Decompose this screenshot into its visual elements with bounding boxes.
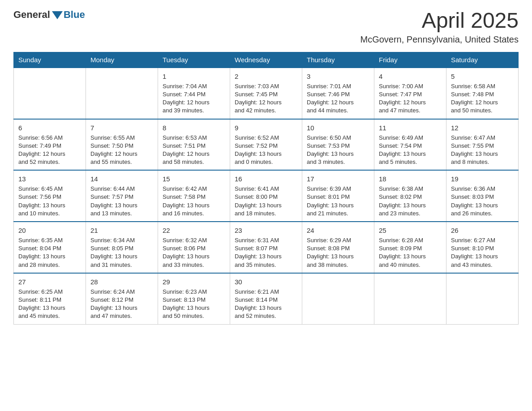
header-friday: Friday	[374, 52, 446, 68]
week-row-1: 6Sunrise: 6:56 AMSunset: 7:49 PMDaylight…	[14, 119, 519, 171]
day-info: Sunrise: 7:03 AMSunset: 7:45 PMDaylight:…	[235, 82, 297, 115]
day-info: Sunrise: 6:39 AMSunset: 8:01 PMDaylight:…	[307, 185, 369, 218]
logo-arrow-icon	[52, 11, 63, 19]
day-info: Sunrise: 6:35 AMSunset: 8:04 PMDaylight:…	[18, 236, 81, 269]
day-number: 24	[307, 226, 369, 235]
calendar-cell: 17Sunrise: 6:39 AMSunset: 8:01 PMDayligh…	[302, 170, 374, 222]
day-number: 25	[379, 226, 442, 235]
day-number: 10	[307, 123, 369, 133]
day-number: 14	[90, 174, 153, 184]
day-info: Sunrise: 6:34 AMSunset: 8:05 PMDaylight:…	[90, 236, 153, 269]
calendar-cell: 30Sunrise: 6:21 AMSunset: 8:14 PMDayligh…	[230, 273, 302, 324]
day-number: 8	[163, 123, 225, 133]
calendar-cell: 21Sunrise: 6:34 AMSunset: 8:05 PMDayligh…	[86, 222, 158, 273]
calendar-cell	[302, 273, 374, 324]
day-info: Sunrise: 6:50 AMSunset: 7:53 PMDaylight:…	[307, 134, 369, 167]
day-info: Sunrise: 7:00 AMSunset: 7:47 PMDaylight:…	[379, 82, 442, 115]
day-info: Sunrise: 6:27 AMSunset: 8:10 PMDaylight:…	[451, 236, 514, 269]
day-number: 4	[379, 72, 442, 81]
calendar-cell: 9Sunrise: 6:52 AMSunset: 7:52 PMDaylight…	[230, 119, 302, 171]
calendar-cell: 7Sunrise: 6:55 AMSunset: 7:50 PMDaylight…	[86, 119, 158, 171]
day-number: 2	[235, 72, 297, 81]
day-info: Sunrise: 7:04 AMSunset: 7:44 PMDaylight:…	[163, 82, 225, 115]
day-number: 3	[307, 72, 369, 81]
header-thursday: Thursday	[302, 52, 374, 68]
calendar-body: 1Sunrise: 7:04 AMSunset: 7:44 PMDaylight…	[14, 68, 519, 324]
day-number: 27	[18, 277, 81, 287]
calendar-cell: 2Sunrise: 7:03 AMSunset: 7:45 PMDaylight…	[230, 68, 302, 119]
day-info: Sunrise: 6:56 AMSunset: 7:49 PMDaylight:…	[18, 134, 81, 167]
day-number: 20	[18, 226, 81, 235]
calendar-header: SundayMondayTuesdayWednesdayThursdayFrid…	[14, 52, 519, 68]
calendar-cell: 29Sunrise: 6:23 AMSunset: 8:13 PMDayligh…	[158, 273, 230, 324]
calendar-cell: 22Sunrise: 6:32 AMSunset: 8:06 PMDayligh…	[158, 222, 230, 273]
day-number: 22	[163, 226, 225, 235]
day-number: 17	[307, 174, 369, 184]
calendar-cell: 8Sunrise: 6:53 AMSunset: 7:51 PMDaylight…	[158, 119, 230, 171]
calendar-cell: 3Sunrise: 7:01 AMSunset: 7:46 PMDaylight…	[302, 68, 374, 119]
day-info: Sunrise: 6:49 AMSunset: 7:54 PMDaylight:…	[379, 134, 442, 167]
day-number: 5	[451, 72, 514, 81]
day-info: Sunrise: 6:42 AMSunset: 7:58 PMDaylight:…	[163, 185, 225, 218]
week-row-3: 20Sunrise: 6:35 AMSunset: 8:04 PMDayligh…	[14, 222, 519, 273]
location-title: McGovern, Pennsylvania, United States	[360, 34, 519, 45]
calendar-cell: 28Sunrise: 6:24 AMSunset: 8:12 PMDayligh…	[86, 273, 158, 324]
day-info: Sunrise: 6:53 AMSunset: 7:51 PMDaylight:…	[163, 134, 225, 167]
day-info: Sunrise: 6:23 AMSunset: 8:13 PMDaylight:…	[163, 288, 225, 321]
calendar-cell: 16Sunrise: 6:41 AMSunset: 8:00 PMDayligh…	[230, 170, 302, 222]
day-info: Sunrise: 6:38 AMSunset: 8:02 PMDaylight:…	[379, 185, 442, 218]
day-number: 1	[163, 72, 225, 81]
header-saturday: Saturday	[446, 52, 519, 68]
day-info: Sunrise: 6:52 AMSunset: 7:52 PMDaylight:…	[235, 134, 297, 167]
title-area: April 2025 McGovern, Pennsylvania, Unite…	[360, 9, 519, 45]
week-row-4: 27Sunrise: 6:25 AMSunset: 8:11 PMDayligh…	[14, 273, 519, 324]
day-info: Sunrise: 6:45 AMSunset: 7:56 PMDaylight:…	[18, 185, 81, 218]
day-number: 9	[235, 123, 297, 133]
day-number: 7	[90, 123, 153, 133]
day-number: 21	[90, 226, 153, 235]
day-number: 19	[451, 174, 514, 184]
calendar-cell: 6Sunrise: 6:56 AMSunset: 7:49 PMDaylight…	[14, 119, 86, 171]
logo-blue-text: Blue	[64, 9, 85, 21]
day-number: 29	[163, 277, 225, 287]
day-number: 26	[451, 226, 514, 235]
day-number: 18	[379, 174, 442, 184]
calendar-cell: 26Sunrise: 6:27 AMSunset: 8:10 PMDayligh…	[446, 222, 519, 273]
day-number: 30	[235, 277, 297, 287]
calendar-cell: 14Sunrise: 6:44 AMSunset: 7:57 PMDayligh…	[86, 170, 158, 222]
day-info: Sunrise: 6:47 AMSunset: 7:55 PMDaylight:…	[451, 134, 514, 167]
week-row-2: 13Sunrise: 6:45 AMSunset: 7:56 PMDayligh…	[14, 170, 519, 222]
day-info: Sunrise: 6:41 AMSunset: 8:00 PMDaylight:…	[235, 185, 297, 218]
logo-general-text: General	[13, 9, 50, 21]
calendar-cell: 1Sunrise: 7:04 AMSunset: 7:44 PMDaylight…	[158, 68, 230, 119]
day-number: 11	[379, 123, 442, 133]
calendar-cell: 18Sunrise: 6:38 AMSunset: 8:02 PMDayligh…	[374, 170, 446, 222]
calendar-cell: 23Sunrise: 6:31 AMSunset: 8:07 PMDayligh…	[230, 222, 302, 273]
calendar-cell: 19Sunrise: 6:36 AMSunset: 8:03 PMDayligh…	[446, 170, 519, 222]
month-title: April 2025	[360, 9, 519, 33]
calendar-cell: 13Sunrise: 6:45 AMSunset: 7:56 PMDayligh…	[14, 170, 86, 222]
calendar-cell	[86, 68, 158, 119]
calendar-cell	[374, 273, 446, 324]
header-tuesday: Tuesday	[158, 52, 230, 68]
header-row: SundayMondayTuesdayWednesdayThursdayFrid…	[14, 52, 519, 68]
day-info: Sunrise: 6:28 AMSunset: 8:09 PMDaylight:…	[379, 236, 442, 269]
calendar-cell: 11Sunrise: 6:49 AMSunset: 7:54 PMDayligh…	[374, 119, 446, 171]
day-number: 16	[235, 174, 297, 184]
header-sunday: Sunday	[14, 52, 86, 68]
day-number: 23	[235, 226, 297, 235]
header-wednesday: Wednesday	[230, 52, 302, 68]
day-number: 12	[451, 123, 514, 133]
day-info: Sunrise: 6:58 AMSunset: 7:48 PMDaylight:…	[451, 82, 514, 115]
day-info: Sunrise: 6:36 AMSunset: 8:03 PMDaylight:…	[451, 185, 514, 218]
day-info: Sunrise: 6:24 AMSunset: 8:12 PMDaylight:…	[90, 288, 153, 321]
calendar-cell	[446, 273, 519, 324]
calendar-cell: 27Sunrise: 6:25 AMSunset: 8:11 PMDayligh…	[14, 273, 86, 324]
calendar-cell: 5Sunrise: 6:58 AMSunset: 7:48 PMDaylight…	[446, 68, 519, 119]
calendar-cell: 15Sunrise: 6:42 AMSunset: 7:58 PMDayligh…	[158, 170, 230, 222]
week-row-0: 1Sunrise: 7:04 AMSunset: 7:44 PMDaylight…	[14, 68, 519, 119]
day-number: 15	[163, 174, 225, 184]
calendar-table: SundayMondayTuesdayWednesdayThursdayFrid…	[13, 52, 519, 325]
calendar-cell: 10Sunrise: 6:50 AMSunset: 7:53 PMDayligh…	[302, 119, 374, 171]
day-info: Sunrise: 6:25 AMSunset: 8:11 PMDaylight:…	[18, 288, 81, 321]
